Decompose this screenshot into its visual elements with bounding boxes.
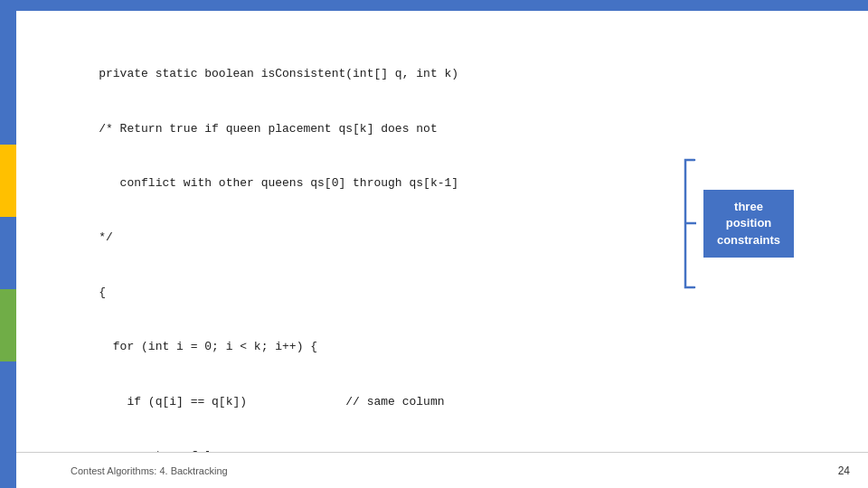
sidebar-blue-bot	[0, 361, 16, 488]
code-line-4: */	[99, 230, 113, 244]
code-line-2: /* Return true if queen placement qs[k] …	[99, 122, 437, 136]
code-line-6: for (int i = 0; i < k; i++) {	[99, 340, 317, 353]
annotation-area: three position constraints	[678, 158, 823, 289]
code-line-7: if (q[i] == q[k]) // same column	[99, 395, 444, 408]
annotation-box: three position constraints	[703, 190, 794, 258]
sidebar-green	[0, 289, 16, 361]
bracket-svg	[678, 158, 696, 289]
bracket-container	[678, 158, 696, 289]
sidebar-yellow	[0, 145, 16, 217]
annotation-label: three position constraints	[717, 200, 780, 246]
sidebar-blue-top	[0, 0, 16, 145]
code-line-5: {	[99, 286, 106, 299]
footer-page: 24	[838, 465, 850, 477]
footer-course: Contest Algorithms: 4. Backtracking	[71, 465, 228, 476]
code-line-1: private static boolean isConsistent(int[…	[99, 67, 458, 80]
top-accent-bar	[16, 0, 868, 11]
code-line-3: conflict with other queens qs[0] through…	[99, 176, 458, 190]
sidebar-blue-mid	[0, 217, 16, 289]
footer: Contest Algorithms: 4. Backtracking 24	[16, 452, 868, 488]
